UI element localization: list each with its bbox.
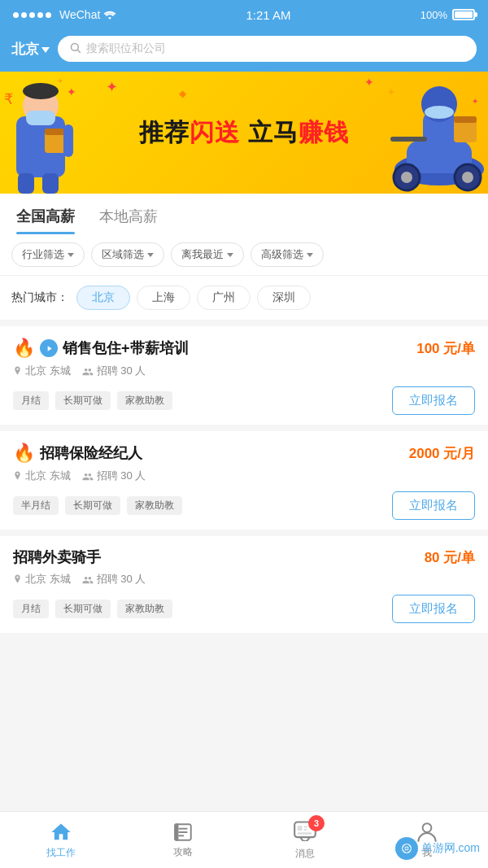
svg-rect-10 [42, 173, 59, 194]
tab-local-high-salary[interactable]: 本地高薪 [99, 207, 158, 234]
job-card-header-3: 招聘外卖骑手 80 元/单 [13, 547, 475, 567]
hot-cities: 热门城市： 北京 上海 广州 深圳 [0, 276, 488, 326]
svg-rect-24 [454, 116, 477, 123]
job-recruit-3: 招聘 30 人 [82, 572, 146, 587]
home-icon [50, 821, 72, 844]
job-location-2: 北京 东城 [13, 469, 71, 483]
tabs-section: 全国高薪 本地高薪 [0, 194, 488, 234]
header: 北京 搜索职位和公司 [0, 29, 488, 72]
job-list: 🔥 销售包住+带薪培训 100 元/单 北京 东城 招聘 30 人 月结 [0, 326, 488, 639]
nav-message[interactable]: 3 消息 [244, 820, 366, 861]
nav-guide[interactable]: 攻略 [122, 822, 244, 859]
city-tags: 北京 上海 广州 深圳 [76, 286, 311, 310]
person-icon-2 [82, 471, 94, 481]
wifi-icon [103, 9, 116, 20]
filter-industry-chevron-icon [68, 253, 74, 257]
svg-rect-9 [18, 173, 34, 194]
svg-text:✦: ✦ [67, 85, 76, 98]
filter-advanced[interactable]: 高级筛选 [251, 242, 324, 267]
filter-industry[interactable]: 行业筛选 [11, 242, 85, 267]
svg-line-1 [77, 50, 80, 52]
nav-message-label: 消息 [295, 847, 315, 861]
banner-text3: 立马 [240, 119, 298, 146]
svg-rect-4 [26, 111, 55, 125]
job-tag-1-0: 月结 [13, 391, 49, 410]
job-card-2: 🔥 招聘保险经纪人 2000 元/月 北京 东城 招聘 30 人 半月结 长期可… [0, 431, 488, 536]
battery-percent: 100% [420, 9, 447, 21]
location-text: 北京 [11, 40, 39, 59]
job-footer-2: 半月结 长期可做 家教助教 立即报名 [13, 491, 475, 520]
search-icon [69, 41, 81, 56]
job-meta-3: 北京 东城 招聘 30 人 [13, 572, 475, 587]
job-title-1: 销售包住+带薪培训 [63, 338, 189, 358]
job-tags-3: 月结 长期可做 家教助教 [13, 600, 172, 618]
message-badge: 3 [308, 815, 325, 831]
status-bar: WeChat 1:21 AM 100% [0, 0, 488, 29]
book-icon [172, 822, 194, 843]
city-tag-shanghai[interactable]: 上海 [137, 286, 190, 310]
apply-button-2[interactable]: 立即报名 [392, 491, 475, 520]
tab-national-high-salary[interactable]: 全国高薪 [16, 207, 75, 234]
confetti3: ✦ [364, 76, 374, 89]
city-tag-shenzhen[interactable]: 深圳 [257, 286, 311, 310]
job-recruit-1: 招聘 30 人 [82, 364, 146, 378]
watermark: 单游网.com [395, 837, 480, 860]
job-recruit-text-3: 招聘 30 人 [97, 572, 146, 587]
job-title-row-2: 🔥 招聘保险经纪人 [13, 443, 409, 464]
hot-badge-2: 🔥 [13, 443, 35, 464]
hot-badge-1: 🔥 [13, 338, 35, 359]
apply-button-3[interactable]: 立即报名 [392, 595, 475, 623]
confetti2: ◆ [179, 88, 186, 99]
job-location-1: 北京 东城 [13, 364, 71, 378]
location-icon-1 [13, 365, 22, 377]
confetti1: ✦ [106, 78, 118, 96]
svg-point-0 [72, 44, 79, 51]
job-title-row-1: 🔥 销售包住+带薪培训 [13, 338, 416, 359]
job-tags-1: 月结 长期可做 家教助教 [13, 391, 172, 410]
person-icon-3 [82, 574, 94, 584]
job-recruit-2: 招聘 30 人 [82, 469, 146, 483]
job-tag-2-1: 长期可做 [65, 496, 120, 515]
watermark-icon [395, 837, 418, 860]
job-recruit-text-1: 招聘 30 人 [97, 364, 146, 378]
job-title-row-3: 招聘外卖骑手 [13, 547, 425, 567]
job-tag-3-2: 家教助教 [117, 600, 172, 618]
job-tag-2-0: 半月结 [13, 496, 59, 515]
job-salary-3: 80 元/单 [425, 548, 475, 567]
location-button[interactable]: 北京 [11, 40, 50, 59]
nav-find-job[interactable]: 找工作 [0, 821, 122, 860]
svg-point-5 [23, 83, 59, 99]
job-location-text-1: 北京 东城 [25, 364, 71, 378]
banner[interactable]: ₹ ✦ ✦ 推荐闪送 立马赚钱 ✦ ✦ ✦ ◆ ✦ [0, 72, 488, 194]
job-footer-1: 月结 长期可做 家教助教 立即报名 [13, 386, 475, 415]
svg-point-19 [462, 172, 473, 183]
banner-text: 推荐闪送 立马赚钱 [139, 116, 348, 150]
svg-rect-32 [175, 824, 177, 840]
banner-right-figure: ✦ ✦ [382, 80, 488, 194]
filter-area[interactable]: 区域筛选 [91, 242, 164, 267]
job-location-3: 北京 东城 [13, 572, 71, 587]
job-salary-2: 2000 元/月 [409, 444, 475, 463]
banner-text2: 闪送 [190, 119, 240, 146]
job-tag-3-1: 长期可做 [55, 600, 111, 618]
svg-point-17 [401, 172, 412, 183]
svg-rect-34 [298, 826, 303, 831]
city-tag-beijing[interactable]: 北京 [76, 286, 130, 310]
battery-icon [452, 9, 475, 20]
job-tag-2-2: 家教助教 [127, 496, 182, 515]
search-placeholder-text: 搜索职位和公司 [86, 41, 166, 56]
filter-nearby[interactable]: 离我最近 [171, 242, 244, 267]
svg-rect-35 [304, 826, 307, 827]
job-card-header-1: 🔥 销售包住+带薪培训 100 元/单 [13, 338, 475, 359]
search-bar[interactable]: 搜索职位和公司 [58, 36, 477, 62]
svg-point-39 [423, 823, 432, 832]
city-tag-guangzhou[interactable]: 广州 [197, 286, 251, 310]
apply-button-1[interactable]: 立即报名 [392, 386, 475, 415]
svg-text:✦: ✦ [472, 97, 478, 106]
banner-text4: 赚钱 [298, 119, 349, 146]
job-salary-1: 100 元/单 [416, 339, 475, 358]
svg-point-22 [425, 106, 454, 119]
svg-text:✦: ✦ [386, 85, 396, 98]
job-card-header-2: 🔥 招聘保险经纪人 2000 元/月 [13, 443, 475, 464]
status-right: 100% [420, 9, 475, 21]
